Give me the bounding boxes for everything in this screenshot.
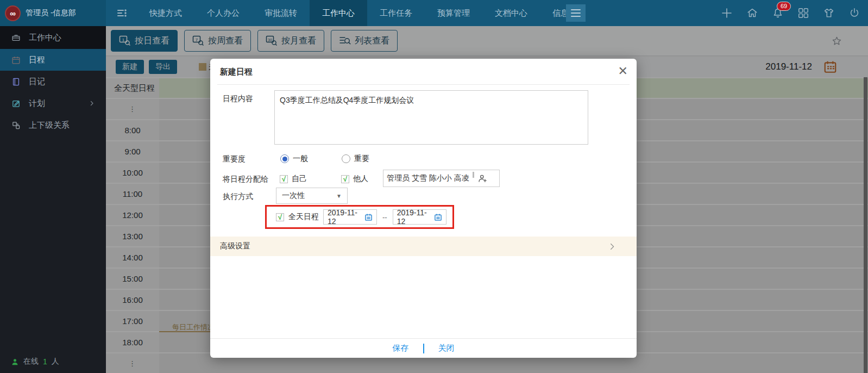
online-count: 1 xyxy=(43,357,47,366)
mode-select[interactable]: 一次性 ▼ xyxy=(276,188,348,204)
notebook-icon xyxy=(11,77,21,86)
chevron-right-icon xyxy=(89,100,95,107)
sidebar-item-work-center[interactable]: 工作中心 xyxy=(0,26,106,49)
add-person-icon[interactable] xyxy=(477,173,487,183)
online-status: 在线1人 xyxy=(11,357,59,366)
calendar-icon xyxy=(434,213,442,221)
top-navigation: 快捷方式 个人办公 审批流转 工作中心 工作任务 预算管理 文档中心 信息发布 xyxy=(137,0,597,26)
sidebar-item-label: 日程 xyxy=(29,55,45,65)
topbar: ∞ 管理员 -信息部 快捷方式 个人办公 审批流转 工作中心 工作任务 预算管理… xyxy=(0,0,868,26)
assign-options: √ 自己 √ 他人 xyxy=(280,172,368,185)
modal-title: 新建日程 xyxy=(220,59,253,84)
brand-area: ∞ 管理员 -信息部 xyxy=(0,0,106,26)
sidebar-item-label: 工作中心 xyxy=(29,33,61,43)
date-range-separator: -- xyxy=(382,213,387,221)
new-schedule-modal: 新建日程 ✕ 日程内容 重要度 一般 重要 将日程分配给 √ 自己 √ 他人 管… xyxy=(210,59,637,358)
importance-label: 重要度 xyxy=(223,154,246,164)
sidebar-item-diary[interactable]: 日记 xyxy=(0,71,106,92)
start-date-input[interactable]: 2019-11-12 xyxy=(323,209,377,225)
checkbox-allday[interactable]: √ xyxy=(276,213,284,221)
radio-label: 重要 xyxy=(354,154,369,164)
theme-shirt-icon[interactable] xyxy=(823,7,835,19)
sidebar-item-label: 上下级关系 xyxy=(29,120,70,130)
calendar-icon xyxy=(364,213,373,221)
content-field-label: 日程内容 xyxy=(223,94,253,104)
mode-label: 执行方式 xyxy=(223,192,253,202)
allday-checkbox-label: 全天日程 xyxy=(288,212,319,222)
modal-header-divider xyxy=(217,84,630,85)
calendar-icon xyxy=(11,55,21,65)
add-icon[interactable] xyxy=(721,7,733,19)
sidebar-item-schedule[interactable]: 日程 xyxy=(0,49,106,71)
save-button[interactable]: 保存 xyxy=(379,343,423,353)
online-user-icon xyxy=(11,358,19,366)
notification-badge: 69 xyxy=(777,2,791,11)
sidebar-item-hierarchy[interactable]: 上下级关系 xyxy=(0,114,106,136)
online-prefix: 在线 xyxy=(23,357,39,366)
logo-glyph: ∞ xyxy=(10,9,16,18)
importance-options: 一般 重要 xyxy=(280,152,369,165)
logout-power-icon[interactable] xyxy=(848,7,860,19)
radio-important[interactable] xyxy=(342,154,350,163)
checkbox-label: 他人 xyxy=(353,174,368,184)
edit-plan-icon xyxy=(11,99,21,108)
nav-work-tasks[interactable]: 工作任务 xyxy=(367,0,425,26)
nav-work-center[interactable]: 工作中心 xyxy=(310,0,367,26)
sidebar-item-plan[interactable]: 计划 xyxy=(0,92,106,114)
end-date-input[interactable]: 2019-11-12 xyxy=(393,209,446,225)
nav-budget[interactable]: 预算管理 xyxy=(425,0,482,26)
briefcase-icon xyxy=(11,33,21,42)
end-date-value: 2019-11-12 xyxy=(397,208,434,226)
apps-grid-icon[interactable] xyxy=(797,7,809,19)
checkbox-others[interactable]: √ xyxy=(341,175,349,183)
advanced-settings-label: 高级设置 xyxy=(220,241,608,251)
radio-normal[interactable] xyxy=(280,154,289,163)
close-icon[interactable]: ✕ xyxy=(618,64,628,78)
checkbox-self[interactable]: √ xyxy=(280,175,288,183)
check-mark: √ xyxy=(282,175,286,183)
online-suffix: 人 xyxy=(52,357,59,366)
radio-label: 一般 xyxy=(293,154,308,164)
close-button[interactable]: 关闭 xyxy=(424,343,469,353)
sidebar-item-label: 计划 xyxy=(29,98,45,109)
inner-scrollbar-thumb xyxy=(473,172,474,178)
check-mark: √ xyxy=(278,213,282,221)
chevron-right-icon xyxy=(608,243,616,251)
annotation-highlight-box: √ 全天日程 2019-11-12 -- 2019-11-12 xyxy=(265,205,454,229)
sidebar: 工作中心 日程 日记 计划 上下级关系 xyxy=(0,26,106,373)
notifications-bell-icon[interactable]: 69 xyxy=(772,7,784,19)
advanced-settings-row[interactable]: 高级设置 xyxy=(210,237,637,256)
start-date-value: 2019-11-12 xyxy=(328,208,364,226)
app-root: ∞ 管理员 -信息部 快捷方式 个人办公 审批流转 工作中心 工作任务 预算管理… xyxy=(0,0,868,373)
caret-down-icon: ▼ xyxy=(336,193,342,199)
nav-personal-office[interactable]: 个人办公 xyxy=(194,0,252,26)
mode-selected-value: 一次性 xyxy=(282,191,336,201)
sidebar-item-label: 日记 xyxy=(29,77,45,87)
collapse-menu-icon[interactable] xyxy=(116,8,127,18)
home-icon[interactable] xyxy=(746,7,758,19)
assign-label: 将日程分配给 xyxy=(223,175,268,184)
topbar-icons: 69 xyxy=(721,0,860,26)
nav-approval-flow[interactable]: 审批流转 xyxy=(252,0,310,26)
assignees-value: 管理员 艾雪 陈小小 高凌 xyxy=(387,173,473,183)
check-mark: √ xyxy=(343,175,347,183)
schedule-content-textarea[interactable] xyxy=(274,90,588,145)
nav-more-hamburger-icon[interactable] xyxy=(566,4,586,22)
nav-shortcuts[interactable]: 快捷方式 xyxy=(137,0,194,26)
user-department-title: 管理员 -信息部 xyxy=(26,8,76,18)
assignees-input[interactable]: 管理员 艾雪 陈小小 高凌 xyxy=(383,170,500,187)
checkbox-label: 自己 xyxy=(292,174,307,184)
company-logo: ∞ xyxy=(5,5,21,21)
hierarchy-relation-icon xyxy=(11,121,21,130)
nav-document-center[interactable]: 文档中心 xyxy=(482,0,540,26)
modal-footer: 保存 关闭 xyxy=(210,338,637,358)
